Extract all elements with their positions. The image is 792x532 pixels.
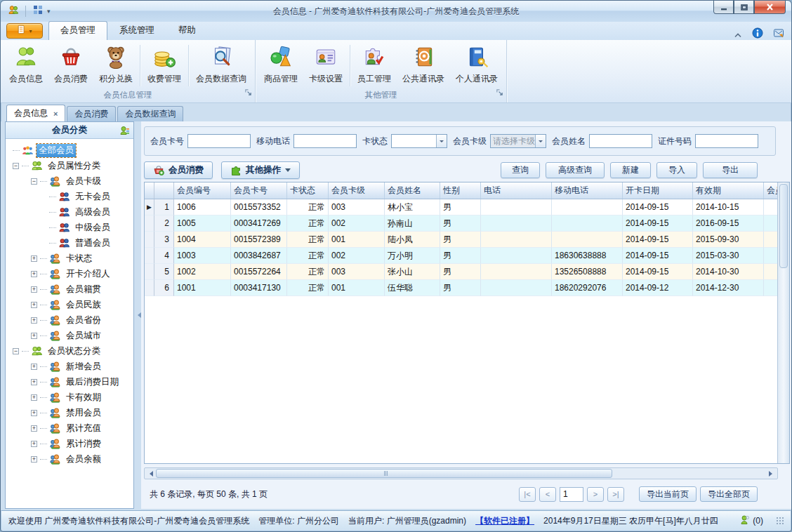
vertical-scrollbar-thumb[interactable] bbox=[779, 184, 788, 268]
table-row[interactable]: 310040015572389正常001陆小凤男2014-09-152015-0… bbox=[145, 232, 777, 248]
column-header-会员卡号[interactable]: 会员卡号 bbox=[231, 182, 287, 199]
horizontal-scrollbar-thumb[interactable] bbox=[156, 469, 612, 478]
search-combo-会员卡级[interactable]: 请选择卡级 bbox=[490, 134, 546, 148]
column-header-卡状态[interactable]: 卡状态 bbox=[287, 182, 329, 199]
close-tab-icon[interactable]: × bbox=[53, 109, 58, 118]
quick-access-dropdown-icon[interactable]: ▾ bbox=[47, 8, 51, 15]
tree-node-禁用会员[interactable]: +禁用会员 bbox=[6, 405, 133, 420]
expand-node-icon[interactable]: + bbox=[31, 317, 37, 324]
column-header-开卡日期[interactable]: 开卡日期 bbox=[623, 182, 693, 199]
info-icon[interactable] bbox=[752, 27, 763, 41]
ribbon-button-员工管理[interactable]: 员工管理 bbox=[352, 42, 397, 89]
export-all-pages-button[interactable]: 导出全部页 bbox=[700, 486, 758, 502]
tree-node-卡有效期[interactable]: +卡有效期 bbox=[6, 390, 133, 405]
tree-node-中级会员[interactable]: 中级会员 bbox=[6, 220, 133, 235]
expand-node-icon[interactable]: + bbox=[31, 271, 37, 277]
column-header-性别[interactable]: 性别 bbox=[440, 182, 481, 199]
column-header-会员编号[interactable]: 会员编号 bbox=[174, 182, 231, 199]
ribbon-tab-2[interactable]: 帮助 bbox=[166, 21, 208, 40]
ribbon-button-个人通讯录[interactable]: 个人通讯录 bbox=[450, 42, 503, 89]
minimize-button[interactable] bbox=[713, 1, 734, 14]
dialog-launcher-icon[interactable] bbox=[244, 88, 252, 100]
collapse-ribbon-icon[interactable] bbox=[734, 28, 742, 41]
tree-node-高级会员[interactable]: 高级会员 bbox=[6, 204, 133, 220]
tree-node-累计充值[interactable]: +累计充值 bbox=[6, 420, 133, 436]
ribbon-button-积分兑换[interactable]: 积分兑换 bbox=[93, 42, 138, 89]
tree-node-会员属性分类[interactable]: −会员属性分类 bbox=[6, 158, 133, 173]
tree-node-会员状态分类[interactable]: −会员状态分类 bbox=[6, 343, 133, 359]
column-header-移动电话[interactable]: 移动电话 bbox=[552, 182, 623, 199]
column-header-会员卡级[interactable]: 会员卡级 bbox=[329, 182, 385, 199]
column-header-电话[interactable]: 电话 bbox=[481, 182, 552, 199]
expand-node-icon[interactable]: + bbox=[31, 286, 37, 293]
expand-node-icon[interactable]: + bbox=[31, 410, 37, 416]
tree-node-会员城市[interactable]: +会员城市 bbox=[6, 328, 133, 343]
table-row[interactable]: ▶110060015573352正常003林小宝男2014-09-152014-… bbox=[145, 199, 777, 215]
column-header-会员[interactable]: 会员 bbox=[764, 182, 777, 199]
close-button[interactable] bbox=[754, 1, 786, 14]
ribbon-button-会员信息[interactable]: 会员信息 bbox=[4, 42, 48, 89]
tree-node-全部会员[interactable]: 全部会员 bbox=[6, 142, 133, 158]
ribbon-button-公共通讯录[interactable]: 公共通讯录 bbox=[397, 42, 450, 89]
search-input-移动电话[interactable] bbox=[293, 134, 357, 148]
member-settings-icon[interactable] bbox=[119, 125, 130, 139]
tree-node-卡状态[interactable]: +卡状态 bbox=[6, 251, 133, 266]
ribbon-button-商品管理[interactable]: 商品管理 bbox=[258, 42, 303, 89]
prev-page-button[interactable]: < bbox=[539, 487, 556, 502]
tree-node-开卡介绍人[interactable]: +开卡介绍人 bbox=[6, 266, 133, 281]
tree-node-会员省份[interactable]: +会员省份 bbox=[6, 312, 133, 328]
collapse-node-icon[interactable]: − bbox=[31, 178, 37, 185]
toolbar-button-新建[interactable]: 新建 bbox=[610, 162, 651, 178]
doc-tab-0[interactable]: 会员信息× bbox=[6, 105, 65, 121]
collapse-node-icon[interactable]: − bbox=[13, 348, 19, 354]
tree-node-会员民族[interactable]: +会员民族 bbox=[6, 297, 133, 312]
combo-dropdown-icon[interactable] bbox=[436, 135, 447, 147]
application-menu-button[interactable]: ▾ bbox=[6, 23, 43, 39]
scroll-right-icon[interactable] bbox=[767, 468, 777, 479]
vertical-scrollbar[interactable] bbox=[777, 182, 789, 463]
maximize-button[interactable] bbox=[734, 1, 754, 14]
feedback-icon[interactable] bbox=[773, 27, 784, 41]
tree-node-累计消费[interactable]: +累计消费 bbox=[6, 436, 133, 451]
toolbar-button-导入[interactable]: 导入 bbox=[656, 162, 697, 178]
expand-node-icon[interactable]: + bbox=[31, 255, 37, 262]
search-input-证件号码[interactable] bbox=[695, 134, 758, 148]
ribbon-button-会员消费[interactable]: 会员消费 bbox=[48, 42, 93, 89]
collapse-node-icon[interactable]: − bbox=[13, 163, 19, 169]
table-row[interactable]: 610010003417130正常001伍华聪男186202920762014-… bbox=[145, 280, 777, 296]
tree-node-无卡会员[interactable]: 无卡会员 bbox=[6, 189, 133, 204]
doc-tab-2[interactable]: 会员数据查询 bbox=[117, 106, 183, 121]
registered-link[interactable]: 【软件已注册】 bbox=[475, 515, 534, 527]
expand-node-icon[interactable]: + bbox=[31, 302, 37, 308]
last-page-button[interactable]: >| bbox=[607, 487, 624, 502]
expand-node-icon[interactable]: + bbox=[31, 333, 37, 339]
table-row[interactable]: 510020015572264正常003张小山男135265088882014-… bbox=[145, 264, 777, 280]
tree-node-普通会员[interactable]: 普通会员 bbox=[6, 235, 133, 251]
combo-dropdown-icon[interactable] bbox=[535, 135, 546, 147]
ribbon-button-会员数据查询[interactable]: 会员数据查询 bbox=[190, 42, 252, 89]
toolbar-button-查询[interactable]: 查询 bbox=[501, 162, 540, 178]
sidebar-collapse-handle[interactable] bbox=[134, 121, 141, 509]
dialog-launcher-icon[interactable] bbox=[496, 88, 503, 100]
expand-node-icon[interactable]: + bbox=[31, 394, 37, 401]
toolbar-button-导出[interactable]: 导出 bbox=[703, 162, 758, 178]
column-header-有效期[interactable]: 有效期 bbox=[693, 182, 764, 199]
toolbar-button-高级查询[interactable]: 高级查询 bbox=[546, 162, 605, 178]
toolbar-button-其他操作[interactable]: 其他操作 bbox=[221, 161, 300, 179]
scroll-left-icon[interactable] bbox=[145, 468, 155, 479]
tree-node-新增会员[interactable]: +新增会员 bbox=[6, 359, 133, 374]
ribbon-tab-0[interactable]: 会员管理 bbox=[48, 21, 107, 40]
expand-node-icon[interactable]: + bbox=[31, 364, 37, 370]
resize-grip-icon[interactable] bbox=[782, 517, 784, 524]
table-row[interactable]: 410030003842687正常002万小明男186306388882014-… bbox=[145, 248, 777, 264]
page-number-input[interactable] bbox=[560, 487, 583, 502]
doc-tab-1[interactable]: 会员消费 bbox=[67, 106, 116, 121]
column-header-会员姓名[interactable]: 会员姓名 bbox=[385, 182, 440, 199]
first-page-button[interactable]: |< bbox=[519, 487, 536, 502]
search-input-会员卡号[interactable] bbox=[187, 134, 251, 148]
expand-node-icon[interactable]: + bbox=[31, 379, 37, 385]
horizontal-scrollbar[interactable] bbox=[144, 467, 778, 479]
ribbon-button-卡级设置[interactable]: 卡级设置 bbox=[303, 42, 348, 89]
search-input-会员姓名[interactable] bbox=[589, 134, 652, 148]
search-combo-卡状态[interactable] bbox=[391, 134, 447, 148]
